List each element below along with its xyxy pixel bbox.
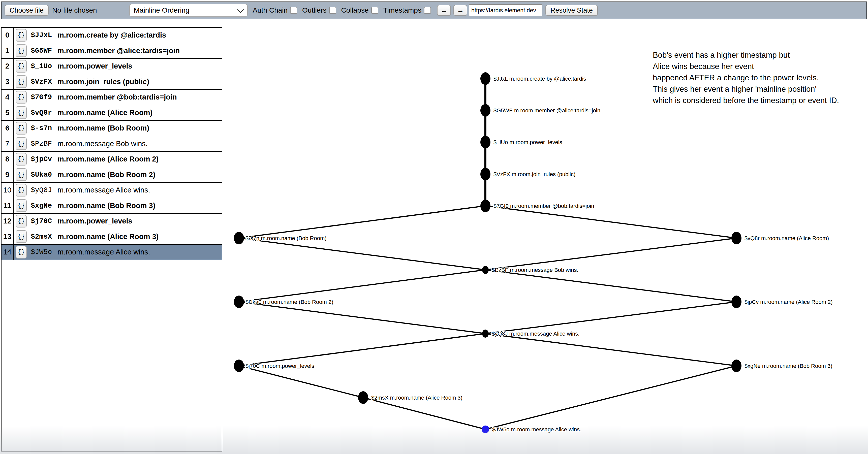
dag-edge [239,270,486,302]
dag-node-label: $JJxL m.room.create by @alice:tardis [494,75,586,82]
dag-node-label: $-s7n m.room.name (Bob Room) [246,235,327,241]
dag-node[interactable] [482,266,489,274]
dag-node[interactable] [480,136,491,149]
dag-node[interactable] [358,391,368,404]
dag-node-label: $PzBF m.room.message Bob wins. [492,267,579,273]
annotation-line: This gives her event a higher 'mainline … [653,84,839,95]
dag-node[interactable] [732,232,742,245]
dag-edge [486,270,737,302]
dag-node-label: $VzFX m.room.join_rules (public) [494,171,576,177]
dag-edge [239,333,486,366]
dag-node-label: $_iUo m.room.power_levels [494,139,562,145]
dag-node-label: $vQ8r m.room.name (Alice Room) [744,235,829,241]
dag-edge [239,206,486,238]
dag-node[interactable] [732,295,742,308]
dag-node[interactable] [732,359,742,372]
dag-node[interactable] [480,168,491,181]
dag-node-label: $jpCv m.room.name (Alice Room 2) [744,299,833,305]
annotation-line: happened AFTER a change to the power lev… [653,72,839,84]
dag-node[interactable] [482,425,489,433]
dag-node-label: $xgNe m.room.name (Bob Room 3) [744,363,832,369]
dag-edge [486,302,737,333]
dag-node[interactable] [480,104,491,117]
dag-node[interactable] [482,329,489,337]
dag-node-label: $JW5o m.room.message Alice wins. [492,426,581,432]
dag-node-label: $Uka0 m.room.name (Bob Room 2) [246,299,333,305]
annotation-line: which is considered before the timestamp… [653,95,839,106]
dag-node[interactable] [480,199,491,212]
dag-node-label: $yQ8J m.room.message Alice wins. [492,330,580,337]
dag-edge [239,238,486,270]
dag-node[interactable] [234,232,244,245]
dag-node-label: $2msX m.room.name (Alice Room 3) [371,394,463,401]
dag-edge [239,366,363,397]
dag-node[interactable] [480,72,491,85]
dag-node-label: $7Gf9 m.room.member @bob:tardis=join [494,203,594,209]
annotation-line: Bob's event has a higher timestamp but [653,50,839,61]
dag-edge [486,238,737,270]
annotation-line: Alice wins because her event [653,61,839,72]
dag-edge [486,333,737,366]
dag-edge [363,397,486,429]
dag-node-label: $j70C m.room.power_levels [246,363,314,369]
dag-node[interactable] [234,295,244,308]
dag-edge [239,302,486,333]
annotation: Bob's event has a higher timestamp butAl… [653,50,839,106]
dag-edge [486,366,737,429]
dag-node[interactable] [234,359,244,372]
dag-edge [486,206,737,238]
dag-node-label: $G5WF m.room.member @alice:tardis=join [494,107,600,114]
